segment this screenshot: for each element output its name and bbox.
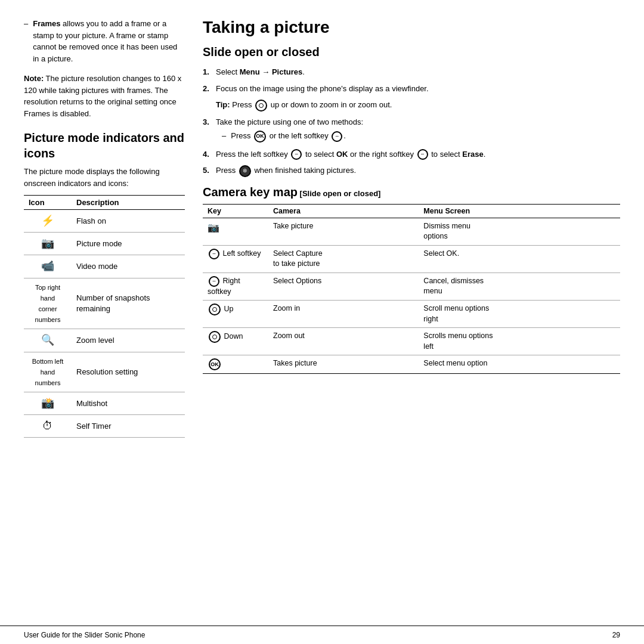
- left-softkey-icon: –: [332, 131, 342, 142]
- icon-col-header: Icon: [24, 196, 72, 210]
- step-4-num: 4.: [203, 148, 212, 160]
- step-4-text: Press the left softkey – to select OK or…: [216, 148, 485, 160]
- ok-table-icon: OK: [209, 358, 221, 370]
- camera-action-zoom-out: Zoom out: [268, 328, 419, 355]
- step-2-text: Focus on the image using the phone's dis…: [216, 83, 429, 95]
- icon-cell-flash: ⚡: [24, 210, 72, 233]
- selftimer-icon: ⏱: [42, 419, 53, 434]
- flash-icon: ⚡: [41, 213, 54, 228]
- step-3-num: 3.: [203, 116, 212, 145]
- note-block: Note: The picture resolution changes to …: [24, 73, 185, 119]
- page-title: Taking a picture: [203, 18, 620, 37]
- step-5: 5. Press ⊗ when finished taking pictures…: [203, 165, 620, 177]
- key-cell-camera: 📷: [203, 218, 268, 245]
- step-3: 3. Take the picture using one of two met…: [203, 116, 620, 145]
- menu-action-scroll-left: Scrolls menu optionsleft: [419, 328, 620, 355]
- icon-cell-selftimer: ⏱: [24, 415, 72, 438]
- table-row: – Left softkey Select Captureto take pic…: [203, 245, 620, 273]
- tip-block: Tip: Press up or down to zoom in or zoom…: [216, 99, 620, 112]
- menu-action-dismiss: Dismiss menuoptions: [419, 218, 620, 245]
- footer: User Guide for the Slider Sonic Phone 29: [0, 626, 644, 644]
- nav-inner-up: [212, 307, 217, 312]
- note-text: The picture resolution changes to 160 x …: [24, 74, 181, 118]
- page: – Frames allows you to add a frame or a …: [0, 0, 644, 644]
- step-1-text: Select Menu → Pictures.: [216, 66, 305, 78]
- ok-icon: OK: [254, 131, 266, 143]
- slide-heading: Slide open or closed: [203, 45, 620, 59]
- desc-cell-picture-mode: Picture mode: [72, 233, 185, 255]
- bullet-dash: –: [24, 18, 28, 64]
- table-row: 📸 Multishot: [24, 392, 185, 415]
- menu-action-select-ok: Select OK.: [419, 245, 620, 273]
- table-row: 📹 Video mode: [24, 255, 185, 278]
- snapshots-icon-text: Top right handcorner numbers: [35, 284, 61, 324]
- table-row: 📷 Picture mode: [24, 233, 185, 255]
- icon-cell-snapshots: Top right handcorner numbers: [24, 278, 72, 329]
- table-row: – Right softkey Select Options Cancel, d…: [203, 273, 620, 301]
- nav-circle-icon: [255, 100, 267, 112]
- table-row: Up Zoom in Scroll menu optionsright: [203, 301, 620, 328]
- content-area: – Frames allows you to add a frame or a …: [0, 0, 644, 626]
- sub-dash: –: [222, 130, 226, 143]
- icon-cell-resolution: Bottom lefthand numbers: [24, 352, 72, 392]
- resolution-icon-text: Bottom lefthand numbers: [32, 358, 64, 386]
- table-row: Down Zoom out Scrolls menu optionsleft: [203, 328, 620, 355]
- left-softkey-table-icon: –: [209, 249, 219, 259]
- table-row: 📷 Take picture Dismiss menuoptions: [203, 218, 620, 245]
- right-column: Taking a picture Slide open or closed 1.…: [203, 18, 620, 620]
- camera-map-section: Camera key map [Slide open or closed]: [203, 185, 620, 199]
- icon-cell-video-mode: 📹: [24, 255, 72, 278]
- camera-action-takepicture: Take picture: [268, 218, 419, 245]
- right-softkey-table-icon: –: [209, 276, 219, 287]
- step-5-num: 5.: [203, 165, 212, 177]
- bullet-text: Frames allows you to add a frame or a st…: [33, 18, 185, 64]
- end-call-icon: ⊗: [239, 165, 251, 177]
- step-1: 1. Select Menu → Pictures.: [203, 66, 620, 78]
- table-row: ⏱ Self Timer: [24, 415, 185, 438]
- menu-action-cancel: Cancel, dismissesmenu: [419, 273, 620, 301]
- camera-map-subheading: [Slide open or closed]: [300, 189, 381, 198]
- icon-cell-picture-mode: 📷: [24, 233, 72, 255]
- frames-bold: Frames: [33, 19, 60, 28]
- left-column: – Frames allows you to add a frame or a …: [24, 18, 185, 620]
- footer-right: 29: [612, 631, 620, 639]
- desc-cell-snapshots: Number of snapshotsremaining: [72, 278, 185, 329]
- step-1-num: 1.: [203, 66, 212, 78]
- step-4: 4. Press the left softkey – to select OK…: [203, 148, 620, 160]
- frames-bullet: – Frames allows you to add a frame or a …: [24, 18, 185, 64]
- key-cell-up: Up: [203, 301, 268, 328]
- camera-col-header: Camera: [268, 204, 419, 218]
- nav-inner-down: [212, 335, 217, 339]
- up-key-icon: [209, 304, 221, 315]
- menu-col-header: Menu Screen: [419, 204, 620, 218]
- table-row: OK Takes picture Select menu option: [203, 355, 620, 374]
- multishot-icon: 📸: [41, 396, 54, 411]
- video-mode-icon: 📹: [41, 259, 54, 274]
- camera-table: Key Camera Menu Screen 📷 Take picture Di…: [203, 204, 620, 374]
- key-cell-down: Down: [203, 328, 268, 355]
- table-row: 🔍 Zoom level: [24, 329, 185, 352]
- table-row: ⚡ Flash on: [24, 210, 185, 233]
- camera-action-select-capture: Select Captureto take picture: [268, 245, 419, 273]
- key-cell-left-softkey: – Left softkey: [203, 245, 268, 273]
- table-row: Bottom lefthand numbers Resolution setti…: [24, 352, 185, 392]
- down-key-icon: [209, 331, 221, 343]
- desc-cell-resolution: Resolution setting: [72, 352, 185, 392]
- icon-table: Icon Description ⚡ Flash on: [24, 195, 185, 438]
- picture-mode-heading: Picture mode indicators and icons: [24, 130, 185, 161]
- left-softkey-icon-2: –: [291, 149, 302, 160]
- step-2: 2. Focus on the image using the phone's …: [203, 83, 620, 95]
- right-softkey-icon: –: [417, 149, 428, 160]
- desc-cell-selftimer: Self Timer: [72, 415, 185, 438]
- picture-mode-icon: 📷: [41, 236, 54, 251]
- desc-cell-video-mode: Video mode: [72, 255, 185, 278]
- nav-inner: [259, 103, 264, 108]
- camera-action-select-options: Select Options: [268, 273, 419, 301]
- icon-cell-multishot: 📸: [24, 392, 72, 415]
- zoom-icon: 🔍: [41, 333, 54, 348]
- camera-map-heading: Camera key map: [203, 185, 298, 199]
- key-cell-ok: OK: [203, 355, 268, 374]
- desc-cell-zoom: Zoom level: [72, 329, 185, 352]
- camera-action-zoom-in: Zoom in: [268, 301, 419, 328]
- step-5-text: Press ⊗ when finished taking pictures.: [216, 165, 356, 177]
